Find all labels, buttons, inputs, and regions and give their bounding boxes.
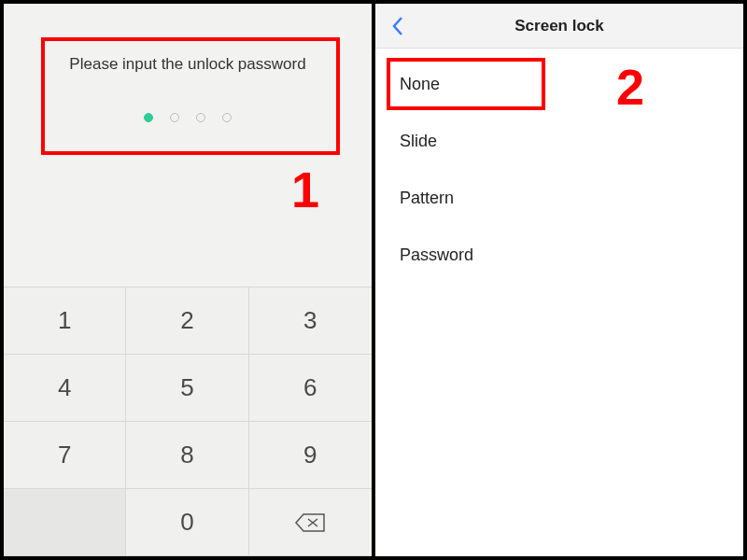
pin-dot <box>170 113 179 122</box>
keypad-6[interactable]: 6 <box>249 355 372 422</box>
screen-lock-settings-panel: Screen lock None Slide Pattern Password … <box>375 4 743 556</box>
keypad-3[interactable]: 3 <box>249 287 372 355</box>
pin-dot <box>222 113 232 122</box>
keypad-backspace[interactable] <box>249 489 372 556</box>
pin-dot <box>144 113 153 122</box>
pin-dots <box>4 113 372 122</box>
keypad-2[interactable]: 2 <box>126 287 248 355</box>
keypad-0[interactable]: 0 <box>126 489 248 556</box>
unlock-prompt: Please input the unlock password <box>4 55 372 74</box>
keypad-8[interactable]: 8 <box>126 422 248 489</box>
page-title: Screen lock <box>375 17 743 35</box>
back-button[interactable] <box>375 4 420 49</box>
numeric-keypad: 1 2 3 4 5 6 7 8 9 0 <box>4 287 372 556</box>
keypad-1[interactable]: 1 <box>4 287 126 355</box>
chevron-left-icon <box>391 16 404 36</box>
keypad-blank <box>4 489 126 556</box>
settings-header: Screen lock <box>375 4 743 49</box>
option-slide[interactable]: Slide <box>375 113 743 170</box>
keypad-9[interactable]: 9 <box>249 422 372 489</box>
option-password[interactable]: Password <box>375 227 743 284</box>
option-pattern[interactable]: Pattern <box>375 170 743 227</box>
option-none[interactable]: None <box>375 56 743 113</box>
spacer <box>4 122 372 287</box>
tutorial-frame: Please input the unlock password 1 2 3 4… <box>0 0 747 560</box>
keypad-7[interactable]: 7 <box>4 422 126 489</box>
keypad-4[interactable]: 4 <box>4 355 126 422</box>
unlock-screen-panel: Please input the unlock password 1 2 3 4… <box>4 4 375 556</box>
keypad-5[interactable]: 5 <box>126 355 248 422</box>
pin-dot <box>196 113 205 122</box>
prompt-area: Please input the unlock password <box>4 4 372 122</box>
lock-options-list: None Slide Pattern Password <box>375 49 743 284</box>
backspace-icon <box>294 512 326 533</box>
